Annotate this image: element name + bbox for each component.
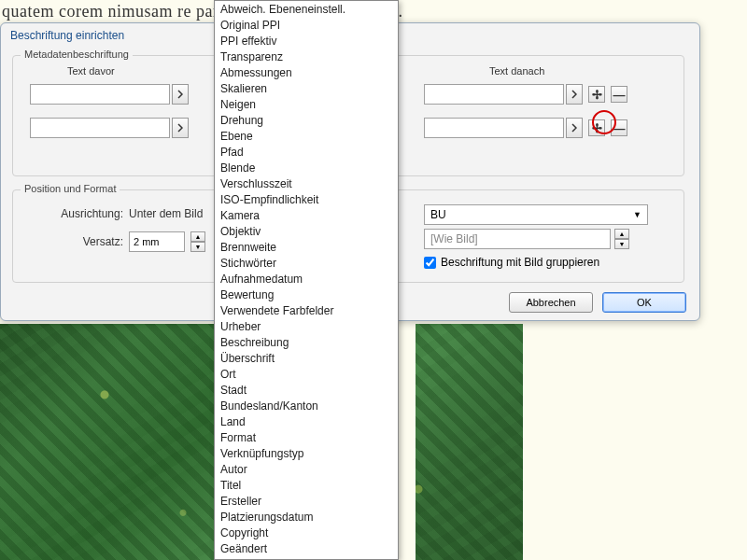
dropdown-item[interactable]: Land — [215, 413, 398, 429]
text-before-menu-1[interactable] — [172, 84, 189, 105]
text-after-input-1[interactable] — [424, 84, 564, 105]
dropdown-item[interactable]: Ort — [215, 366, 398, 382]
dropdown-item[interactable]: Ersteller — [215, 493, 398, 509]
dropdown-item[interactable]: Titel — [215, 477, 398, 493]
dropdown-item[interactable]: Ebene — [215, 128, 398, 144]
dropdown-item[interactable]: Beschreibung — [215, 334, 398, 350]
alignment-label: Ausrichtung: — [30, 207, 123, 220]
dropdown-item[interactable]: Abmessungen — [215, 64, 398, 80]
dropdown-item[interactable]: Autor — [215, 461, 398, 477]
layer-stepper[interactable]: ▲ ▼ — [614, 229, 629, 249]
dropdown-item[interactable]: Pfad — [215, 144, 398, 160]
dropdown-item[interactable]: Stichwörter — [215, 255, 398, 271]
dropdown-item[interactable]: Blende — [215, 160, 398, 175]
remove-row-button-2[interactable]: — — [611, 119, 627, 136]
text-before-label: Text davor — [67, 65, 115, 77]
dropdown-item[interactable]: Aufnahmedatum — [215, 271, 398, 287]
text-before-menu-2[interactable] — [172, 118, 189, 138]
dropdown-item[interactable]: Platzierungsdatum — [215, 509, 398, 525]
dropdown-item[interactable]: Verschlusszeit — [215, 175, 398, 191]
layer-select[interactable]: [Wie Bild] — [424, 229, 611, 249]
image-gap — [397, 324, 416, 560]
chevron-down-icon: ▼ — [633, 210, 641, 219]
dropdown-item[interactable]: PPI effektiv — [215, 33, 398, 49]
layer-value: [Wie Bild] — [430, 232, 478, 245]
dropdown-item[interactable]: Neigen — [215, 96, 398, 112]
dropdown-item[interactable]: Bundesland/Kanton — [215, 398, 398, 413]
layer-step-down[interactable]: ▼ — [614, 239, 629, 249]
offset-stepper[interactable]: ▲ ▼ — [190, 231, 205, 252]
text-before-input-1[interactable] — [30, 84, 170, 105]
layer-step-up[interactable]: ▲ — [614, 229, 629, 239]
metadata-field-dropdown[interactable]: Abweich. Ebeneneinstell.Original PPIPPI … — [214, 0, 399, 560]
dropdown-item[interactable]: Abweich. Ebeneneinstell. — [215, 1, 398, 17]
paragraph-style-value: BU — [430, 208, 446, 221]
dropdown-item[interactable]: Drehung — [215, 112, 398, 128]
offset-step-down[interactable]: ▼ — [190, 242, 205, 252]
position-group-label: Position und Format — [21, 183, 120, 194]
group-with-image-checkbox[interactable] — [424, 257, 436, 269]
text-after-input-2[interactable] — [424, 118, 564, 138]
dropdown-item[interactable]: Verknüpfungstyp — [215, 445, 398, 461]
dropdown-item[interactable]: Original PPI — [215, 17, 398, 33]
dropdown-item[interactable]: Objektiv — [215, 223, 398, 239]
dropdown-item[interactable]: Brennweite — [215, 239, 398, 255]
offset-label: Versatz: — [30, 235, 123, 248]
offset-input[interactable] — [129, 231, 185, 252]
paragraph-style-select[interactable]: BU ▼ — [424, 204, 648, 225]
add-row-button-1[interactable]: ✢ — [588, 86, 605, 103]
dropdown-item[interactable]: Bewertung — [215, 287, 398, 302]
dropdown-item[interactable]: Kamera — [215, 207, 398, 223]
remove-row-button-1[interactable]: — — [611, 86, 627, 103]
dropdown-item[interactable]: Stadt — [215, 382, 398, 398]
dropdown-item[interactable]: ISO-Empfindlichkeit — [215, 191, 398, 207]
dropdown-item[interactable]: Copyright — [215, 525, 398, 540]
dropdown-item[interactable]: Skalieren — [215, 80, 398, 96]
dropdown-item[interactable]: Anzahl Unterverknüpfungen — [215, 556, 398, 560]
ok-button[interactable]: OK — [602, 292, 686, 313]
dropdown-item[interactable]: Geändert — [215, 540, 398, 556]
dropdown-item[interactable]: Transparenz — [215, 49, 398, 64]
offset-step-up[interactable]: ▲ — [190, 231, 205, 242]
dropdown-item[interactable]: Format — [215, 429, 398, 445]
dropdown-item[interactable]: Urheber — [215, 318, 398, 334]
text-after-menu-2[interactable] — [566, 118, 583, 138]
alignment-value: Unter dem Bild — [129, 207, 203, 220]
text-before-input-2[interactable] — [30, 118, 170, 138]
text-after-label: Text danach — [489, 65, 544, 77]
add-row-button-2[interactable]: ✢ — [588, 119, 605, 136]
cancel-button[interactable]: Abbrechen — [509, 292, 593, 313]
dropdown-item[interactable]: Verwendete Farbfelder — [215, 302, 398, 318]
text-after-menu-1[interactable] — [566, 84, 583, 105]
group-with-image-label: Beschriftung mit Bild gruppieren — [441, 256, 599, 269]
dropdown-item[interactable]: Überschrift — [215, 350, 398, 366]
metadata-group-label: Metadatenbeschriftung — [21, 49, 133, 60]
